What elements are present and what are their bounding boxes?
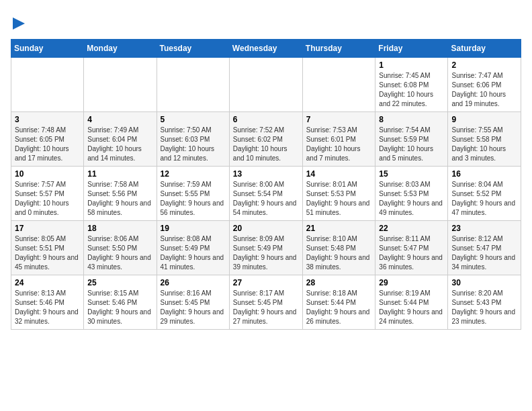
calendar-week-1: 1Sunrise: 7:45 AMSunset: 6:08 PMDaylight… <box>11 58 521 112</box>
cell-content: Sunrise: 8:08 AMSunset: 5:49 PMDaylight:… <box>161 234 226 272</box>
calendar-cell: 3Sunrise: 7:48 AMSunset: 6:05 PMDaylight… <box>11 112 84 167</box>
cell-content: Sunrise: 7:50 AMSunset: 6:03 PMDaylight:… <box>161 126 226 163</box>
calendar-cell: 22Sunrise: 8:11 AMSunset: 5:47 PMDayligh… <box>375 221 448 275</box>
day-number: 18 <box>87 224 152 233</box>
calendar-cell <box>229 58 302 112</box>
calendar-cell: 24Sunrise: 8:13 AMSunset: 5:46 PMDayligh… <box>11 275 84 330</box>
day-number: 3 <box>15 115 80 124</box>
cell-content: Sunrise: 8:12 AMSunset: 5:47 PMDaylight:… <box>451 234 517 272</box>
calendar-cell <box>84 58 157 112</box>
calendar-cell: 18Sunrise: 8:06 AMSunset: 5:50 PMDayligh… <box>84 221 157 275</box>
cell-content: Sunrise: 8:16 AMSunset: 5:45 PMDaylight:… <box>161 289 226 326</box>
calendar-week-2: 3Sunrise: 7:48 AMSunset: 6:05 PMDaylight… <box>11 112 521 167</box>
calendar-cell: 25Sunrise: 8:15 AMSunset: 5:46 PMDayligh… <box>84 275 157 330</box>
calendar-cell: 16Sunrise: 8:04 AMSunset: 5:52 PMDayligh… <box>448 167 521 221</box>
weekday-header-sunday: Sunday <box>11 40 84 58</box>
day-number: 26 <box>161 278 226 287</box>
cell-content: Sunrise: 7:52 AMSunset: 6:02 PMDaylight:… <box>233 126 299 163</box>
cell-content: Sunrise: 7:47 AMSunset: 6:06 PMDaylight:… <box>451 71 517 109</box>
calendar-cell <box>157 58 229 112</box>
calendar-cell: 10Sunrise: 7:57 AMSunset: 5:57 PMDayligh… <box>11 167 84 221</box>
cell-content: Sunrise: 8:19 AMSunset: 5:44 PMDaylight:… <box>379 289 444 326</box>
cell-content: Sunrise: 7:58 AMSunset: 5:56 PMDaylight:… <box>87 180 152 218</box>
calendar-cell: 26Sunrise: 8:16 AMSunset: 5:45 PMDayligh… <box>157 275 229 330</box>
weekday-header-saturday: Saturday <box>448 40 521 58</box>
day-number: 7 <box>306 115 372 124</box>
day-number: 20 <box>233 224 299 233</box>
day-number: 14 <box>306 169 372 179</box>
calendar-week-5: 24Sunrise: 8:13 AMSunset: 5:46 PMDayligh… <box>11 275 521 330</box>
day-number: 1 <box>379 60 444 70</box>
calendar-cell: 5Sunrise: 7:50 AMSunset: 6:03 PMDaylight… <box>157 112 229 167</box>
day-number: 12 <box>161 169 226 179</box>
calendar-cell: 17Sunrise: 8:05 AMSunset: 5:51 PMDayligh… <box>11 221 84 275</box>
cell-content: Sunrise: 8:09 AMSunset: 5:49 PMDaylight:… <box>233 234 299 272</box>
logo <box>11 11 25 32</box>
calendar-week-3: 10Sunrise: 7:57 AMSunset: 5:57 PMDayligh… <box>11 167 521 221</box>
calendar-cell: 11Sunrise: 7:58 AMSunset: 5:56 PMDayligh… <box>84 167 157 221</box>
weekday-header-friday: Friday <box>375 40 448 58</box>
page-header <box>11 11 521 32</box>
cell-content: Sunrise: 8:05 AMSunset: 5:51 PMDaylight:… <box>15 234 80 272</box>
day-number: 29 <box>379 278 444 287</box>
day-number: 19 <box>161 224 226 233</box>
day-number: 2 <box>451 60 517 70</box>
cell-content: Sunrise: 7:49 AMSunset: 6:04 PMDaylight:… <box>87 126 152 163</box>
cell-content: Sunrise: 7:55 AMSunset: 5:58 PMDaylight:… <box>451 126 517 163</box>
day-number: 22 <box>379 224 444 233</box>
cell-content: Sunrise: 8:20 AMSunset: 5:43 PMDaylight:… <box>451 289 517 326</box>
cell-content: Sunrise: 8:13 AMSunset: 5:46 PMDaylight:… <box>15 289 80 326</box>
day-number: 30 <box>451 278 517 287</box>
cell-content: Sunrise: 8:03 AMSunset: 5:53 PMDaylight:… <box>379 180 444 218</box>
calendar-cell: 8Sunrise: 7:54 AMSunset: 5:59 PMDaylight… <box>375 112 448 167</box>
weekday-header-tuesday: Tuesday <box>157 40 229 58</box>
calendar-cell: 4Sunrise: 7:49 AMSunset: 6:04 PMDaylight… <box>84 112 157 167</box>
cell-content: Sunrise: 8:15 AMSunset: 5:46 PMDaylight:… <box>87 289 152 326</box>
day-number: 5 <box>161 115 226 124</box>
calendar-cell: 2Sunrise: 7:47 AMSunset: 6:06 PMDaylight… <box>448 58 521 112</box>
weekday-header-wednesday: Wednesday <box>229 40 302 58</box>
day-number: 15 <box>379 169 444 179</box>
day-number: 16 <box>451 169 517 179</box>
calendar-cell: 20Sunrise: 8:09 AMSunset: 5:49 PMDayligh… <box>229 221 302 275</box>
day-number: 10 <box>15 169 80 179</box>
calendar-cell: 21Sunrise: 8:10 AMSunset: 5:48 PMDayligh… <box>302 221 375 275</box>
cell-content: Sunrise: 8:18 AMSunset: 5:44 PMDaylight:… <box>306 289 372 326</box>
calendar-cell: 28Sunrise: 8:18 AMSunset: 5:44 PMDayligh… <box>302 275 375 330</box>
calendar-body: 1Sunrise: 7:45 AMSunset: 6:08 PMDaylight… <box>11 58 521 330</box>
logo-arrow-icon <box>13 17 25 30</box>
cell-content: Sunrise: 7:59 AMSunset: 5:55 PMDaylight:… <box>161 180 226 218</box>
calendar-cell: 9Sunrise: 7:55 AMSunset: 5:58 PMDaylight… <box>448 112 521 167</box>
cell-content: Sunrise: 8:11 AMSunset: 5:47 PMDaylight:… <box>379 234 444 272</box>
calendar-cell <box>302 58 375 112</box>
cell-content: Sunrise: 7:45 AMSunset: 6:08 PMDaylight:… <box>379 71 444 109</box>
day-number: 21 <box>306 224 372 233</box>
calendar-cell <box>11 58 84 112</box>
day-number: 4 <box>87 115 152 124</box>
day-number: 23 <box>451 224 517 233</box>
calendar-cell: 12Sunrise: 7:59 AMSunset: 5:55 PMDayligh… <box>157 167 229 221</box>
cell-content: Sunrise: 7:54 AMSunset: 5:59 PMDaylight:… <box>379 126 444 163</box>
cell-content: Sunrise: 8:10 AMSunset: 5:48 PMDaylight:… <box>306 234 372 272</box>
cell-content: Sunrise: 8:01 AMSunset: 5:53 PMDaylight:… <box>306 180 372 218</box>
calendar-cell: 6Sunrise: 7:52 AMSunset: 6:02 PMDaylight… <box>229 112 302 167</box>
calendar-cell: 19Sunrise: 8:08 AMSunset: 5:49 PMDayligh… <box>157 221 229 275</box>
calendar-cell: 29Sunrise: 8:19 AMSunset: 5:44 PMDayligh… <box>375 275 448 330</box>
calendar-cell: 7Sunrise: 7:53 AMSunset: 6:01 PMDaylight… <box>302 112 375 167</box>
weekday-header-thursday: Thursday <box>302 40 375 58</box>
calendar-table: SundayMondayTuesdayWednesdayThursdayFrid… <box>11 39 521 330</box>
calendar-cell: 30Sunrise: 8:20 AMSunset: 5:43 PMDayligh… <box>448 275 521 330</box>
day-number: 11 <box>87 169 152 179</box>
day-number: 28 <box>306 278 372 287</box>
day-number: 13 <box>233 169 299 179</box>
day-number: 17 <box>15 224 80 233</box>
day-number: 8 <box>379 115 444 124</box>
calendar-header: SundayMondayTuesdayWednesdayThursdayFrid… <box>11 40 521 58</box>
calendar-cell: 15Sunrise: 8:03 AMSunset: 5:53 PMDayligh… <box>375 167 448 221</box>
cell-content: Sunrise: 8:00 AMSunset: 5:54 PMDaylight:… <box>233 180 299 218</box>
calendar-cell: 23Sunrise: 8:12 AMSunset: 5:47 PMDayligh… <box>448 221 521 275</box>
cell-content: Sunrise: 7:53 AMSunset: 6:01 PMDaylight:… <box>306 126 372 163</box>
cell-content: Sunrise: 7:48 AMSunset: 6:05 PMDaylight:… <box>15 126 80 163</box>
cell-content: Sunrise: 8:17 AMSunset: 5:45 PMDaylight:… <box>233 289 299 326</box>
calendar-cell: 1Sunrise: 7:45 AMSunset: 6:08 PMDaylight… <box>375 58 448 112</box>
